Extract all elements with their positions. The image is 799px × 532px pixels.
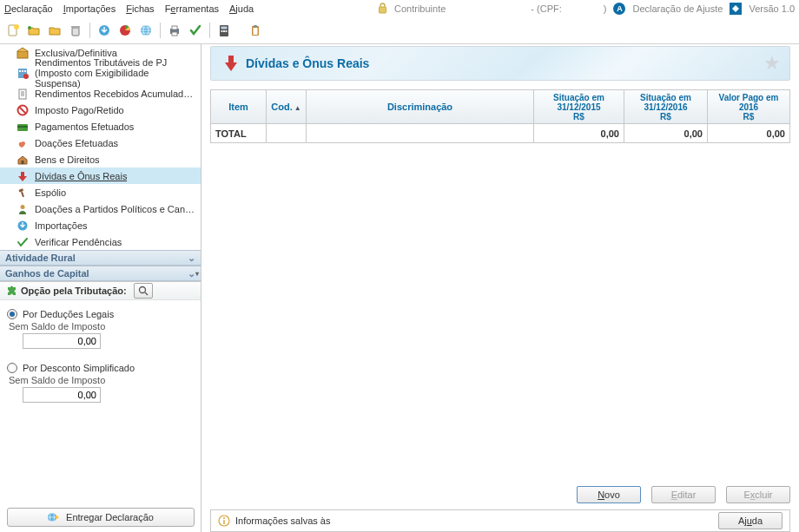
down-arrow-icon bbox=[221, 53, 241, 74]
sidebar-item-verificar[interactable]: Verificar Pendências bbox=[0, 233, 201, 250]
sem-saldo-2: Sem Saldo de Imposto bbox=[9, 375, 195, 385]
svg-rect-5 bbox=[71, 26, 80, 28]
td-sit2015: 0,00 bbox=[534, 123, 624, 142]
menu-declaracao[interactable]: DDeclaraçãoeclaração bbox=[4, 3, 53, 14]
deducoes-value-input[interactable] bbox=[23, 333, 101, 349]
radio-deducoes[interactable]: Por Deduções Legais bbox=[7, 309, 195, 319]
accordion-ganhos-capital[interactable]: Ganhos de Capital⌄▾ bbox=[0, 266, 201, 281]
action-button-row: Novo Editar Excluir bbox=[210, 482, 790, 508]
sidebar: Exclusiva/Definitiva Rendimentos Tributá… bbox=[0, 44, 201, 532]
svg-rect-30 bbox=[17, 126, 28, 128]
novo-button[interactable]: Novo bbox=[577, 486, 641, 503]
main-area: Exclusiva/Definitiva Rendimentos Tributá… bbox=[0, 43, 799, 532]
toolbar-globe-icon[interactable] bbox=[137, 22, 155, 39]
favorite-star-icon[interactable]: ★ bbox=[763, 52, 781, 75]
sidebar-item-importacoes[interactable]: Importações bbox=[0, 217, 201, 233]
sidebar-item-rendimentos-acum[interactable]: Rendimentos Recebidos Acumuladamente bbox=[0, 85, 201, 102]
toolbar-folder-icon[interactable] bbox=[46, 22, 63, 39]
nav-label: Rendimentos Tributáveis de PJ (Imposto c… bbox=[35, 57, 195, 89]
opcao-search-button[interactable] bbox=[134, 283, 153, 299]
editar-button[interactable]: Editar bbox=[651, 486, 716, 503]
toolbar-new-icon[interactable] bbox=[4, 22, 22, 39]
svg-rect-23 bbox=[19, 70, 21, 72]
svg-rect-17 bbox=[226, 30, 228, 32]
nav-label: Espólio bbox=[35, 187, 66, 198]
nav-label: Exclusiva/Definitiva bbox=[35, 48, 117, 58]
svg-rect-24 bbox=[22, 70, 23, 72]
svg-point-36 bbox=[139, 287, 145, 293]
nav-label: Bens e Direitos bbox=[35, 154, 100, 165]
toolbar-check-icon[interactable] bbox=[187, 22, 204, 39]
box-icon bbox=[16, 46, 30, 60]
person-icon bbox=[16, 202, 30, 216]
td-cod bbox=[267, 123, 307, 142]
svg-rect-25 bbox=[24, 70, 26, 72]
hands-icon bbox=[16, 136, 30, 150]
nav-list: Exclusiva/Definitiva Rendimentos Tributá… bbox=[0, 44, 201, 250]
sidebar-item-pagamentos[interactable]: Pagamentos Efetuados bbox=[0, 118, 201, 135]
sidebar-item-doacoes-efetuadas[interactable]: Doações Efetuadas bbox=[0, 135, 201, 151]
th-cod[interactable]: Cod.▲ bbox=[267, 90, 307, 123]
th-situacao-2015[interactable]: Situação em31/12/2015R$ bbox=[534, 90, 624, 123]
toolbar-delete-icon[interactable] bbox=[67, 22, 84, 39]
svg-rect-12 bbox=[172, 32, 177, 36]
sidebar-item-espolio[interactable]: Espólio bbox=[0, 184, 201, 200]
lock-icon bbox=[378, 3, 387, 14]
declaracao-ajuste-label: Declaração de Ajuste bbox=[632, 3, 723, 14]
menu-right: Contribuinte - (CPF: ) A Declaração de A… bbox=[378, 3, 795, 15]
gavel-icon bbox=[16, 186, 30, 200]
toolbar-sep2 bbox=[160, 23, 161, 38]
opcao-label: Opção pela Tributação: bbox=[21, 286, 127, 296]
toolbar-print-icon[interactable] bbox=[166, 22, 183, 39]
expand-handle-icon[interactable]: ▾ bbox=[194, 270, 201, 278]
sidebar-item-imposto-pago[interactable]: Imposto Pago/Retido bbox=[0, 102, 201, 118]
menu-ferramentas[interactable]: Ferramentas bbox=[165, 3, 219, 14]
menu-fichas[interactable]: Fichas bbox=[126, 3, 154, 14]
nav-label: Doações a Partidos Políticos e Candidato… bbox=[35, 204, 195, 214]
content-area: Dívidas e Ônus Reais ★ Item Cod.▲ Discri… bbox=[201, 44, 799, 532]
svg-point-34 bbox=[21, 205, 25, 209]
radio-label: Por Desconto Simplificado bbox=[23, 363, 135, 373]
toolbar-clipboard-icon[interactable] bbox=[247, 22, 264, 39]
th-item[interactable]: Item bbox=[211, 90, 267, 123]
th-valor-pago[interactable]: Valor Pago em2016R$ bbox=[708, 90, 789, 123]
desconto-value-input[interactable] bbox=[23, 387, 101, 403]
toolbar-import-icon[interactable] bbox=[96, 22, 113, 39]
excluir-button[interactable]: Excluir bbox=[726, 486, 790, 503]
accordion-atividade-rural[interactable]: Atividade Rural⌄ bbox=[0, 250, 201, 266]
sem-saldo-1: Sem Saldo de Imposto bbox=[9, 321, 195, 332]
sidebar-item-dividas[interactable]: Dívidas e Ônus Reais bbox=[0, 167, 201, 184]
contribuinte-label: Contribuinte bbox=[394, 3, 446, 14]
sidebar-item-doacoes-partidos[interactable]: Doações a Partidos Políticos e Candidato… bbox=[0, 200, 201, 217]
svg-rect-11 bbox=[172, 26, 177, 30]
entregar-declaracao-button[interactable]: Entregar Declaração bbox=[7, 508, 195, 527]
status-text: Informações salvas às bbox=[235, 516, 330, 526]
toolbar-calc-icon[interactable] bbox=[215, 22, 233, 39]
building-icon bbox=[16, 66, 30, 80]
accordion-label: Atividade Rural bbox=[5, 253, 76, 263]
puzzle-icon bbox=[5, 285, 17, 297]
toolbar-pie-icon[interactable] bbox=[116, 22, 134, 39]
sidebar-item-bens[interactable]: Bens e Direitos bbox=[0, 151, 201, 167]
no-icon bbox=[16, 103, 30, 117]
menu-ajuda[interactable]: Ajuda bbox=[229, 3, 254, 14]
menu-importacoes[interactable]: Importações bbox=[63, 3, 116, 14]
sidebar-item-rendimentos-pj[interactable]: Rendimentos Tributáveis de PJ (Imposto c… bbox=[0, 61, 201, 85]
card-icon bbox=[16, 120, 30, 134]
ajuda-button[interactable]: Ajuda bbox=[718, 512, 782, 529]
statusbar: Informações salvas às Ajuda bbox=[210, 509, 790, 532]
cpf-close: ) bbox=[604, 3, 607, 14]
chevron-down-icon: ⌄ bbox=[188, 253, 195, 264]
info-icon bbox=[218, 515, 230, 527]
svg-rect-19 bbox=[254, 28, 258, 35]
doc-icon bbox=[16, 87, 30, 101]
radio-desconto[interactable]: Por Desconto Simplificado bbox=[7, 363, 195, 373]
toolbar-sep3 bbox=[209, 23, 210, 38]
th-discriminacao[interactable]: Discriminação bbox=[307, 90, 534, 123]
nav-label: Verificar Pendências bbox=[35, 237, 122, 247]
toolbar-open-icon[interactable] bbox=[25, 22, 43, 39]
svg-rect-21 bbox=[17, 51, 28, 58]
nav-label: Doações Efetuadas bbox=[35, 138, 118, 148]
th-situacao-2016[interactable]: Situação em31/12/2016R$ bbox=[624, 90, 708, 123]
svg-rect-4 bbox=[72, 28, 79, 36]
